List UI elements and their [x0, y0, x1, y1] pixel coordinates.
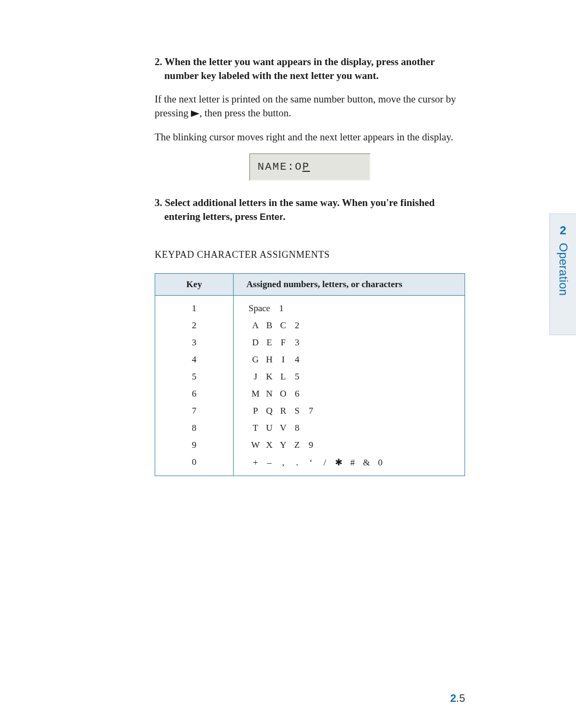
value-cell: JKL5	[234, 368, 465, 385]
step-2: 2. When the letter you want appears in t…	[155, 55, 465, 181]
char: 7	[304, 406, 318, 416]
key-cell: 6	[155, 385, 234, 402]
char: D	[249, 337, 262, 348]
char: 4	[290, 354, 304, 365]
key-cell: 3	[155, 334, 234, 351]
section-heading: KEYPAD CHARACTER ASSIGNMENTS	[155, 249, 465, 260]
char: I	[276, 354, 290, 365]
step-2-body-1-b: , then press the button.	[199, 107, 291, 118]
char: 1	[275, 303, 289, 314]
char: B	[262, 320, 276, 331]
char: J	[249, 371, 262, 382]
table-row: 5JKL5	[155, 368, 465, 385]
char: ‘	[304, 457, 318, 468]
value-cell: MNO6	[234, 385, 465, 402]
value-cell: WXYZ9	[234, 437, 465, 454]
step-3-heading: 3. Select additional letters in the same…	[155, 196, 465, 224]
table-row: 2ABC2	[155, 317, 465, 334]
table-header-key: Key	[155, 273, 234, 295]
key-cell: 4	[155, 351, 234, 368]
char: N	[262, 389, 276, 399]
char: 9	[304, 440, 318, 450]
table-header-val: Assigned numbers, letters, or characters	[234, 273, 465, 295]
table-row: 7PQRS7	[155, 402, 465, 420]
lcd-display: NAME:OP	[249, 153, 371, 181]
char: 3	[290, 337, 304, 348]
key-cell: 5	[155, 368, 234, 385]
lcd-cursor-char: P	[302, 161, 310, 173]
table-row: 9WXYZ9	[155, 437, 465, 454]
char: E	[262, 337, 276, 348]
table-row: 0+–,.‘/✱#&0	[155, 454, 465, 476]
value-cell: PQRS7	[234, 402, 465, 420]
char: P	[249, 406, 262, 416]
char: Q	[262, 406, 276, 416]
step-2-heading: 2. When the letter you want appears in t…	[155, 55, 465, 82]
char: O	[276, 389, 290, 399]
keypad-table: Key Assigned numbers, letters, or charac…	[155, 273, 465, 476]
side-tab: 2 Operation	[549, 213, 576, 335]
char: 6	[290, 389, 304, 399]
table-row: 3DEF3	[155, 334, 465, 351]
step-2-body-2: The blinking cursor moves right and the …	[155, 130, 465, 144]
char: K	[262, 371, 276, 382]
char: ✱	[332, 457, 346, 468]
char: #	[346, 457, 359, 468]
side-tab-number: 2	[559, 224, 566, 238]
char: 0	[373, 457, 387, 468]
char: /	[318, 457, 332, 468]
key-cell: 1	[155, 295, 234, 317]
char: S	[290, 406, 304, 416]
page-number-page: 5	[459, 692, 465, 704]
char: +	[249, 457, 262, 468]
right-arrow-icon	[191, 107, 199, 118]
char: M	[249, 389, 262, 399]
table-row: 1Space1	[155, 295, 465, 317]
step-2-body-1: If the next letter is printed on the sam…	[155, 92, 465, 120]
char: L	[276, 371, 290, 382]
value-cell: Space1	[234, 295, 465, 317]
key-cell: 8	[155, 420, 234, 437]
value-cell: TUV8	[234, 420, 465, 437]
step-3-text-a: 3. Select additional letters in the same…	[155, 197, 435, 222]
lcd-text-prefix: NAME:O	[258, 161, 302, 173]
char: H	[262, 354, 276, 365]
side-tab-label: Operation	[556, 243, 570, 296]
char: G	[249, 354, 262, 365]
table-row: 8TUV8	[155, 420, 465, 437]
page-number: 2.5	[450, 692, 465, 705]
enter-key-label: Enter	[260, 212, 283, 222]
key-cell: 0	[155, 454, 234, 476]
char: Z	[290, 440, 304, 450]
key-cell: 7	[155, 402, 234, 420]
char: T	[249, 423, 262, 433]
char: U	[262, 423, 276, 433]
key-cell: 9	[155, 437, 234, 454]
char: .	[290, 457, 304, 468]
char: W	[249, 440, 262, 450]
key-cell: 2	[155, 317, 234, 334]
step-3: 3. Select additional letters in the same…	[155, 196, 465, 224]
char: 2	[290, 320, 304, 331]
char: &	[359, 457, 373, 468]
value-cell: ABC2	[234, 317, 465, 334]
char: A	[249, 320, 262, 331]
char: R	[276, 406, 290, 416]
value-cell: GHI4	[234, 351, 465, 368]
lcd-display-wrapper: NAME:OP	[155, 153, 465, 181]
char: Space	[249, 303, 270, 314]
table-header-row: Key Assigned numbers, letters, or charac…	[155, 273, 465, 295]
char: –	[262, 457, 276, 468]
value-cell: DEF3	[234, 334, 465, 351]
char: X	[262, 440, 276, 450]
page-content: 2. When the letter you want appears in t…	[155, 45, 465, 476]
char: V	[276, 423, 290, 433]
value-cell: +–,.‘/✱#&0	[234, 454, 465, 476]
step-3-text-b: .	[283, 211, 286, 222]
char: F	[276, 337, 290, 348]
page-number-chapter: 2	[450, 692, 456, 704]
table-row: 4GHI4	[155, 351, 465, 368]
char: ,	[276, 457, 290, 468]
svg-marker-0	[191, 110, 199, 117]
table-row: 6MNO6	[155, 385, 465, 402]
